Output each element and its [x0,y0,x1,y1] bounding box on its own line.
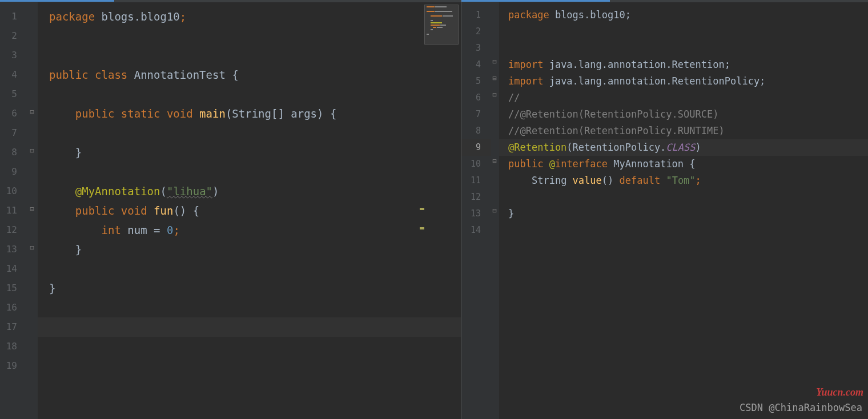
code-line[interactable]: //@Retention(RetentionPolicy.SOURCE) [508,106,868,123]
semicolon: ; [180,10,186,23]
code-line[interactable]: public class AnnotationTest { [49,65,461,84]
gutter-left[interactable]: 1 2 3 4 5 6 7 8 9 10 11 12 13 14 15 16 1… [0,2,27,419]
line-number[interactable]: 2 [461,23,491,40]
code-line[interactable]: String value() default "Tom"; [508,172,868,189]
line-number[interactable]: 19 [0,356,27,376]
line-number[interactable]: 10 [0,182,27,201]
code-line[interactable] [49,46,461,65]
line-number[interactable]: 9 [461,139,491,156]
code-area-right[interactable]: package blogs.blog10; import java.lang.a… [499,2,868,419]
line-number[interactable]: 7 [0,123,27,143]
code-line[interactable]: } [49,279,461,298]
line-number[interactable]: 5 [461,73,491,90]
class-name: AnnotationTest [134,69,232,81]
paren: ( [160,185,166,198]
line-number[interactable]: 18 [0,337,27,356]
code-line[interactable] [508,189,868,206]
line-number[interactable]: 14 [0,259,27,279]
type: String [532,175,573,186]
code-line[interactable] [508,23,868,40]
parens: () [602,175,620,186]
code-line[interactable]: } [508,206,868,222]
code-line[interactable]: package blogs.blog10; [49,7,461,26]
line-number[interactable]: 6 [461,90,491,106]
line-number[interactable]: 12 [0,220,27,240]
code-line[interactable]: public @interface MyAnnotation { [508,156,868,172]
annotation: @Retention [508,142,566,153]
line-number[interactable]: 1 [0,7,27,26]
fold-icon[interactable]: ⊟ [491,91,498,98]
line-number[interactable]: 14 [461,222,491,239]
fold-icon[interactable]: ⊟ [491,158,498,164]
code-line[interactable] [508,222,868,239]
line-number[interactable]: 4 [461,57,491,73]
line-number[interactable]: 11 [461,172,491,189]
code-line[interactable]: package blogs.blog10; [508,7,868,23]
code-line[interactable] [49,259,461,279]
line-number[interactable]: 4 [0,65,27,84]
string-literal: "lihua" [167,185,212,198]
code-line[interactable]: int num = 0; [49,220,461,240]
fold-icon[interactable]: ⊟ [491,58,498,65]
code-line[interactable] [49,162,461,182]
keyword: int [102,224,128,236]
watermark-author: CSDN @ChinaRainbowSea [740,402,862,413]
code-line[interactable] [49,26,461,46]
fold-icon[interactable]: ⊟ [29,108,35,115]
line-number[interactable]: 13 [0,240,27,259]
line-number[interactable]: 16 [0,298,27,317]
code-line[interactable] [49,84,461,104]
code-line[interactable]: @MyAnnotation("lihua") [49,182,461,201]
string-literal: "Tom" [666,175,695,186]
code-line[interactable]: public static void main(String[] args) { [49,104,461,123]
package-name: blogs.blog10; [555,9,631,21]
fold-column-right[interactable]: ⊟ ⊟ ⊟ ⊟ ⊟ [491,2,499,419]
line-number[interactable]: 8 [0,143,27,162]
line-number[interactable]: 10 [461,156,491,172]
line-number[interactable]: 2 [0,26,27,46]
code-line[interactable]: public void fun() { [49,201,461,220]
code-area-left[interactable]: package blogs.blog10; public class Annot… [38,2,461,419]
line-number[interactable]: 11 [0,201,27,220]
code-line[interactable]: import java.lang.annotation.RetentionPol… [508,73,868,90]
fold-icon[interactable]: ⊟ [29,147,35,154]
editor-body-left[interactable]: 1 2 3 4 5 6 7 8 9 10 11 12 13 14 15 16 1… [0,2,461,419]
line-number[interactable]: 3 [0,46,27,65]
code-line[interactable]: // [508,90,868,106]
fold-column-left[interactable]: ⊟ ⊟ ⊟ ⊟ [27,2,38,419]
fold-icon[interactable]: ⊟ [29,206,35,212]
fold-icon[interactable]: ⊟ [29,244,35,251]
keyword: package [508,9,555,21]
code-line[interactable] [49,298,461,317]
split-view: 1 2 3 4 5 6 7 8 9 10 11 12 13 14 15 16 1… [0,0,868,419]
gutter-right[interactable]: 1 2 3 4 5 6 7 8 9 10 11 12 13 14 [461,2,491,419]
import-path: java.lang.annotation.RetentionPolicy; [549,75,766,87]
code-line[interactable] [49,317,461,337]
code-line[interactable]: //@Retention(RetentionPolicy.RUNTIME) [508,123,868,139]
line-number[interactable]: 7 [461,106,491,123]
number-literal: 0 [167,224,173,236]
line-number[interactable]: 1 [461,7,491,23]
code-line[interactable] [49,337,461,356]
editor-body-right[interactable]: 1 2 3 4 5 6 7 8 9 10 11 12 13 14 ⊟ ⊟ ⊟ ⊟… [461,2,868,419]
line-number[interactable]: 5 [0,84,27,104]
line-number[interactable]: 12 [461,189,491,206]
line-number[interactable]: 15 [0,279,27,298]
code-line[interactable] [508,40,868,57]
line-number[interactable]: 8 [461,123,491,139]
semicolon: ; [173,224,179,236]
fold-icon[interactable]: ⊟ [491,75,498,82]
code-line[interactable] [49,123,461,143]
code-line[interactable]: @Retention(RetentionPolicy.CLASS) [508,139,868,156]
line-number[interactable]: 9 [0,162,27,182]
code-line[interactable]: import java.lang.annotation.Retention; [508,57,868,73]
code-line[interactable] [49,356,461,376]
fold-icon[interactable]: ⊟ [491,207,498,214]
line-number[interactable]: 13 [461,206,491,222]
package-name: blogs.blog10 [102,10,180,23]
line-number[interactable]: 6 [0,104,27,123]
code-line[interactable]: } [49,240,461,259]
line-number[interactable]: 3 [461,40,491,57]
code-line[interactable]: } [49,143,461,162]
line-number[interactable]: 17 [0,317,27,337]
